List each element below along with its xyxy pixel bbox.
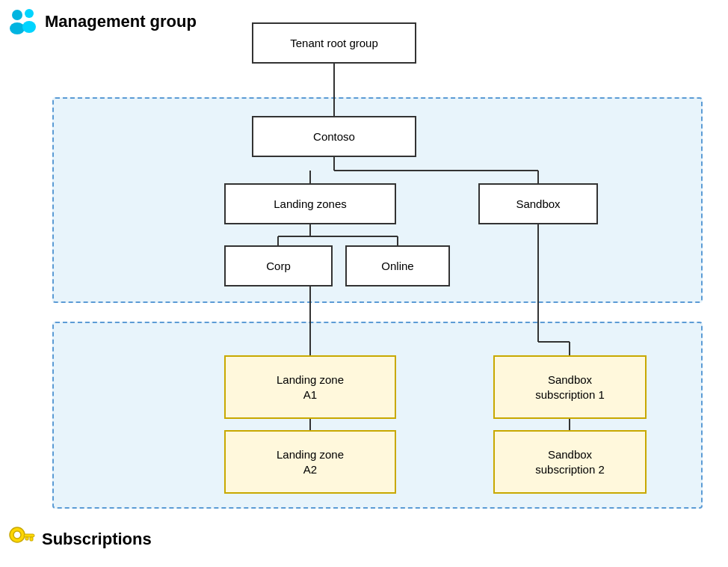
tenant-root-node: Tenant root group [252,22,416,64]
sandbox-sub-1-node: Sandbox subscription 1 [493,355,647,419]
diagram-container: Management group Subscriptions Tenant ro… [0,0,728,567]
mgmt-group-label: Management group [45,12,197,31]
svg-rect-8 [25,537,28,540]
svg-point-1 [10,22,25,34]
contoso-node: Contoso [252,116,416,157]
subs-header: Subscriptions [7,525,152,554]
online-node: Online [345,245,450,286]
landing-zone-a2-node: Landing zone A2 [224,430,396,494]
landing-zones-node: Landing zones [224,183,396,224]
mgmt-group-header: Management group [7,7,197,36]
svg-point-2 [25,9,34,18]
svg-rect-7 [30,537,33,541]
svg-point-0 [12,10,22,20]
landing-zone-a1-node: Landing zone A1 [224,355,396,419]
corp-node: Corp [224,245,333,286]
svg-rect-6 [24,534,34,537]
svg-point-5 [13,531,21,539]
sandbox-sub-2-node: Sandbox subscription 2 [493,430,647,494]
sandbox-node: Sandbox [478,183,598,224]
svg-point-3 [22,21,36,33]
people-icon [7,7,39,36]
key-icon [7,525,36,554]
subs-label: Subscriptions [42,530,152,549]
